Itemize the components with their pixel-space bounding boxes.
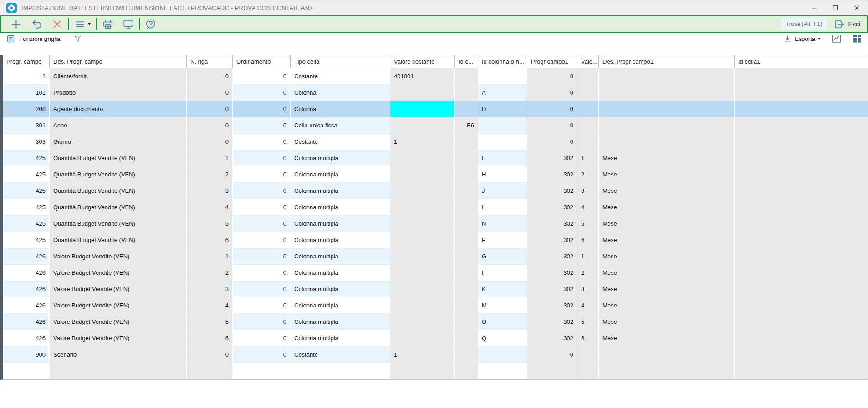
table-cell[interactable] xyxy=(577,347,599,363)
table-cell[interactable]: 0 xyxy=(233,166,291,183)
table-cell[interactable]: 1 xyxy=(577,248,599,265)
table-cell[interactable]: A xyxy=(478,85,527,101)
header-cell[interactable]: Progr campo1 xyxy=(527,55,577,68)
table-cell[interactable] xyxy=(390,166,455,183)
table-cell[interactable] xyxy=(735,281,868,297)
table-cell[interactable] xyxy=(478,117,527,134)
table-row[interactable]: 301Anno00Cella unica fissaB60 xyxy=(3,117,868,134)
table-cell[interactable]: 302 xyxy=(527,150,577,166)
table-cell[interactable]: Valore Budget Vendite (VEN) xyxy=(50,265,187,281)
table-cell[interactable]: 302 xyxy=(527,232,577,248)
table-cell[interactable]: 0 xyxy=(187,68,233,85)
table-cell[interactable] xyxy=(735,85,868,101)
table-cell[interactable]: 0 xyxy=(233,281,291,297)
table-cell[interactable]: 900 xyxy=(3,347,50,363)
table-cell[interactable]: 2 xyxy=(187,265,233,281)
table-cell[interactable]: B6 xyxy=(455,117,478,134)
table-cell[interactable] xyxy=(455,347,478,363)
header-cell[interactable]: Progr. campo xyxy=(3,55,50,68)
table-cell[interactable]: 426 xyxy=(3,248,50,265)
header-cell[interactable]: N. riga xyxy=(187,55,233,68)
table-cell[interactable]: 0 xyxy=(187,134,233,150)
table-row[interactable]: 426Valore Budget Vendite (VEN)10Colonna … xyxy=(3,248,868,265)
table-cell[interactable]: 0 xyxy=(233,248,291,265)
table-row[interactable]: 425Quantità Budget Vendite (VEN)10Colonn… xyxy=(3,150,868,166)
table-cell[interactable]: 6 xyxy=(577,330,599,347)
close-button[interactable] xyxy=(846,0,868,15)
table-cell[interactable]: O xyxy=(478,314,527,330)
table-cell[interactable]: Valore Budget Vendite (VEN) xyxy=(50,330,187,347)
table-cell[interactable] xyxy=(577,117,599,134)
table-cell[interactable]: Colonna multipla xyxy=(291,281,390,297)
table-cell[interactable] xyxy=(187,363,233,379)
table-cell[interactable]: 302 xyxy=(527,248,577,265)
table-cell[interactable] xyxy=(390,314,455,330)
table-cell[interactable]: Valore Budget Vendite (VEN) xyxy=(50,248,187,265)
table-cell[interactable]: Agente documento xyxy=(50,101,187,117)
table-cell[interactable] xyxy=(390,85,455,101)
table-cell[interactable]: Quantità Budget Vendite (VEN) xyxy=(50,216,187,232)
table-cell[interactable]: 0 xyxy=(233,199,291,216)
table-cell[interactable]: K xyxy=(478,281,527,297)
table-cell[interactable] xyxy=(478,347,527,363)
table-cell[interactable]: 5 xyxy=(577,216,599,232)
table-cell[interactable]: 5 xyxy=(577,314,599,330)
table-cell[interactable]: Quantità Budget Vendite (VEN) xyxy=(50,199,187,216)
table-cell[interactable]: I xyxy=(478,265,527,281)
table-cell[interactable]: 302 xyxy=(527,265,577,281)
header-cell[interactable]: Des. Progr campo1 xyxy=(599,55,735,68)
table-cell[interactable] xyxy=(390,248,455,265)
table-cell[interactable]: 3 xyxy=(187,281,233,297)
table-cell[interactable]: 426 xyxy=(3,314,50,330)
table-cell[interactable]: Colonna xyxy=(291,101,390,117)
table-row[interactable]: 425Quantità Budget Vendite (VEN)20Colonn… xyxy=(3,166,868,183)
filter-button[interactable] xyxy=(73,35,82,43)
table-cell[interactable] xyxy=(735,330,868,347)
table-cell[interactable]: 302 xyxy=(527,216,577,232)
table-cell[interactable]: 0 xyxy=(187,117,233,134)
table-cell[interactable] xyxy=(735,232,868,248)
delete-button[interactable] xyxy=(47,17,67,31)
table-cell[interactable]: 301 xyxy=(3,117,50,134)
table-cell[interactable]: 425 xyxy=(3,199,50,216)
table-cell[interactable] xyxy=(735,248,868,265)
table-cell[interactable]: Quantità Budget Vendite (VEN) xyxy=(50,232,187,248)
minimize-button[interactable] xyxy=(803,0,825,15)
table-cell[interactable] xyxy=(577,101,599,117)
table-cell[interactable]: Cella unica fissa xyxy=(291,117,390,134)
table-cell[interactable] xyxy=(3,363,50,379)
table-cell[interactable]: M xyxy=(478,297,527,314)
table-row[interactable]: 426Valore Budget Vendite (VEN)30Colonna … xyxy=(3,281,868,297)
table-cell[interactable] xyxy=(390,117,455,134)
table-cell[interactable]: 0 xyxy=(527,101,577,117)
table-cell[interactable] xyxy=(735,297,868,314)
table-cell[interactable] xyxy=(735,314,868,330)
table-cell[interactable]: Cliente/fornit. xyxy=(50,68,187,85)
table-cell[interactable]: 2 xyxy=(187,166,233,183)
table-cell[interactable] xyxy=(735,216,868,232)
table-cell[interactable]: 208 xyxy=(3,101,50,117)
table-cell[interactable] xyxy=(478,134,527,150)
table-row[interactable]: 426Valore Budget Vendite (VEN)20Colonna … xyxy=(3,265,868,281)
table-cell[interactable]: Mese xyxy=(599,265,735,281)
table-cell[interactable]: 425 xyxy=(3,216,50,232)
table-cell[interactable]: Mese xyxy=(599,297,735,314)
table-cell[interactable]: Colonna multipla xyxy=(291,248,390,265)
table-cell[interactable]: 0 xyxy=(233,150,291,166)
table-cell[interactable]: 426 xyxy=(3,281,50,297)
table-row[interactable]: 425Quantità Budget Vendite (VEN)60Colonn… xyxy=(3,232,868,248)
grid-functions-button[interactable]: Funzioni griglia xyxy=(6,35,61,43)
header-cell[interactable]: Id cella1 xyxy=(735,55,868,68)
table-cell[interactable] xyxy=(390,330,455,347)
table-row[interactable]: 425Quantità Budget Vendite (VEN)30Colonn… xyxy=(3,183,868,199)
table-cell[interactable] xyxy=(735,166,868,183)
table-cell[interactable]: 426 xyxy=(3,330,50,347)
exit-button[interactable]: Esci xyxy=(834,19,862,30)
table-cell[interactable] xyxy=(599,347,735,363)
table-cell[interactable]: Colonna multipla xyxy=(291,297,390,314)
header-cell[interactable]: Tipo cella xyxy=(291,55,390,68)
table-cell[interactable]: 6 xyxy=(187,330,233,347)
table-cell[interactable]: 1 xyxy=(577,150,599,166)
table-cell[interactable]: 0 xyxy=(527,68,577,85)
table-cell[interactable] xyxy=(455,248,478,265)
